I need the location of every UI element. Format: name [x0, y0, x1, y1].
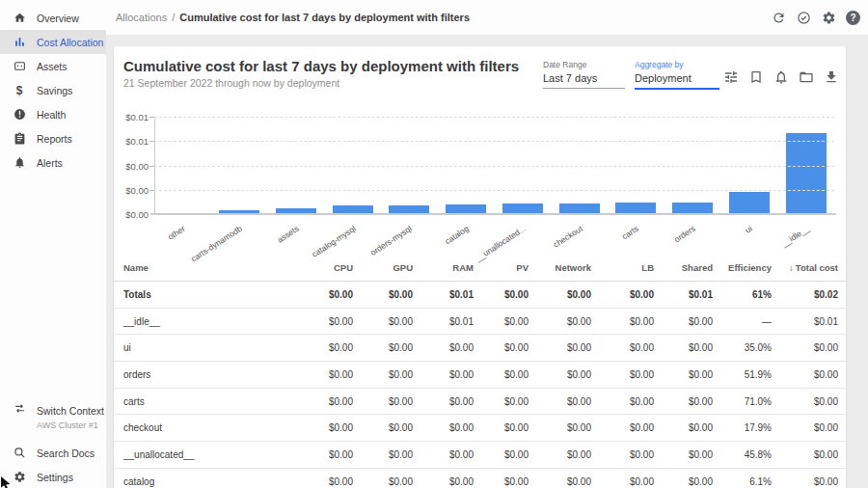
row-value: $0.00	[474, 396, 529, 407]
folder-icon[interactable]	[799, 69, 814, 85]
y-axis-tick-label: $0.00	[114, 185, 149, 196]
chart-bar-__idle__[interactable]	[786, 133, 827, 214]
sidebar-item-label: Health	[37, 109, 66, 121]
row-value: 51.9%	[713, 369, 772, 380]
row-value: $0.00	[413, 422, 474, 433]
row-value: $0.00	[413, 449, 474, 460]
row-value: $0.00	[529, 449, 591, 460]
page: { "topbar": { "breadcrumb_section": "All…	[0, 0, 868, 488]
column-header-efficiency[interactable]: Efficiency	[713, 262, 772, 273]
sidebar-item-settings[interactable]: Settings	[0, 465, 106, 488]
breadcrumb-allocations-link[interactable]: Allocations	[116, 12, 167, 23]
column-header-name[interactable]: Name	[123, 262, 295, 273]
y-axis-tick-label: $0.01	[114, 112, 149, 122]
home-icon	[13, 12, 26, 25]
refresh-icon[interactable]	[771, 10, 786, 25]
aggregate-by-select[interactable]: Aggregate by Deployment	[635, 60, 719, 90]
column-header-total-cost[interactable]: ↓Total cost	[772, 262, 838, 273]
row-value: $0.00	[529, 369, 591, 380]
column-header-network[interactable]: Network	[529, 262, 591, 273]
cost-bar-chart: $0.01 $0.01 $0.00 $0.00 $0.00 othercarts…	[114, 110, 846, 255]
check-circle-icon[interactable]	[796, 10, 811, 25]
row-name: checkout	[123, 422, 295, 433]
download-icon[interactable]	[824, 69, 839, 85]
sidebar-item-reports[interactable]: Reports	[0, 126, 106, 150]
alerts-bell-icon[interactable]	[773, 69, 789, 85]
bar-chart-icon	[13, 36, 26, 49]
sidebar-item-label: Cost Allocation	[37, 37, 103, 48]
sidebar-item-switch-context[interactable]: Switch Context AWS Cluster #1	[0, 398, 106, 431]
sidebar-item-assets[interactable]: Assets	[0, 54, 106, 78]
y-axis-tick-label: $0.01	[114, 136, 149, 147]
row-name: __idle__	[123, 316, 295, 327]
y-axis-tick	[149, 166, 154, 167]
row-value: $0.00	[413, 342, 474, 353]
table-row-orders[interactable]: orders$0.00$0.00$0.00$0.00$0.00$0.00$0.0…	[114, 362, 846, 389]
row-value: $0.00	[295, 396, 353, 407]
table-row-Totals[interactable]: Totals$0.00$0.00$0.01$0.00$0.00$0.00$0.0…	[114, 282, 846, 309]
column-header-cpu[interactable]: CPU	[295, 262, 353, 273]
date-range-select[interactable]: Date Range Last 7 days	[543, 60, 625, 89]
row-value: $0.00	[413, 396, 474, 407]
column-header-shared[interactable]: Shared	[654, 262, 713, 273]
row-value: $0.00	[772, 369, 838, 380]
column-header-lb[interactable]: LB	[591, 262, 654, 273]
gear-icon[interactable]	[821, 10, 836, 25]
row-value: 35.0%	[713, 342, 772, 353]
row-value: $0.00	[772, 476, 838, 487]
row-value: $0.00	[295, 476, 353, 487]
row-value: $0.00	[591, 369, 654, 380]
row-value: $0.00	[654, 316, 713, 327]
row-value: $0.00	[474, 369, 529, 380]
row-value: 6.1%	[713, 476, 772, 487]
row-value: $0.00	[353, 316, 413, 327]
table-row-checkout[interactable]: checkout$0.00$0.00$0.00$0.00$0.00$0.00$0…	[114, 415, 846, 442]
column-header-pv[interactable]: PV	[474, 262, 529, 273]
bookmark-icon[interactable]	[748, 69, 764, 85]
chart-bar-ui[interactable]	[729, 192, 770, 214]
row-value: $0.01	[772, 316, 838, 327]
topbar: Allocations / Cumulative cost for last 7…	[0, 0, 868, 35]
table-row-catalog[interactable]: catalog$0.00$0.00$0.00$0.00$0.00$0.00$0.…	[114, 469, 846, 488]
table-row-__unallocated__[interactable]: __unallocated__$0.00$0.00$0.00$0.00$0.00…	[114, 442, 846, 469]
date-range-label: Date Range	[543, 60, 625, 69]
row-value: 71.0%	[713, 396, 772, 407]
sidebar-item-overview[interactable]: Overview	[0, 6, 106, 30]
gridline	[154, 166, 834, 167]
breadcrumb-page-title: Cumulative cost for last 7 days by deplo…	[179, 12, 470, 23]
row-value: $0.00	[295, 289, 353, 300]
sidebar-item-health[interactable]: Health	[0, 102, 106, 126]
row-value: $0.00	[353, 422, 413, 433]
sidebar-item-alerts[interactable]: Alerts	[0, 150, 106, 175]
row-value: $0.01	[654, 289, 713, 300]
sidebar-item-savings[interactable]: $ Savings	[0, 78, 106, 102]
table-row-__idle__[interactable]: __idle__$0.00$0.00$0.01$0.00$0.00$0.00$0…	[114, 309, 846, 336]
y-axis-tick-label: $0.00	[114, 161, 149, 172]
row-value: $0.01	[413, 289, 474, 300]
sidebar-item-label: Switch Context	[37, 405, 104, 417]
allocation-table-header: NameCPUGPURAMPVNetworkLBSharedEfficiency…	[114, 255, 846, 282]
sidebar-item-label: Reports	[37, 133, 72, 145]
sidebar-item-search-docs[interactable]: Search Docs	[0, 441, 106, 465]
row-value: $0.00	[529, 289, 591, 300]
row-value: $0.00	[529, 476, 591, 487]
table-row-carts[interactable]: carts$0.00$0.00$0.00$0.00$0.00$0.00$0.00…	[114, 389, 846, 416]
row-value: $0.00	[353, 449, 413, 460]
sidebar-item-cost-allocation[interactable]: Cost Allocation	[0, 30, 106, 54]
help-icon[interactable]: ?	[846, 11, 860, 25]
page-title: Cumulative cost for last 7 days by deplo…	[123, 58, 519, 74]
table-row-ui[interactable]: ui$0.00$0.00$0.00$0.00$0.00$0.00$0.0035.…	[114, 335, 846, 362]
dollar-icon: $	[13, 84, 26, 97]
row-value: $0.02	[772, 289, 838, 300]
row-name: ui	[123, 342, 295, 353]
row-name: orders	[123, 369, 295, 380]
topbar-actions: ?	[771, 0, 860, 35]
gridline	[154, 190, 834, 191]
row-value: $0.00	[591, 422, 654, 433]
column-header-ram[interactable]: RAM	[413, 262, 474, 273]
column-header-gpu[interactable]: GPU	[353, 262, 413, 273]
sidebar: Overview Cost Allocation Assets $ Saving…	[0, 0, 106, 488]
filters-tune-icon[interactable]	[723, 69, 739, 85]
row-value: $0.00	[591, 476, 654, 487]
cluster-context-label: AWS Cluster #1	[37, 420, 104, 430]
